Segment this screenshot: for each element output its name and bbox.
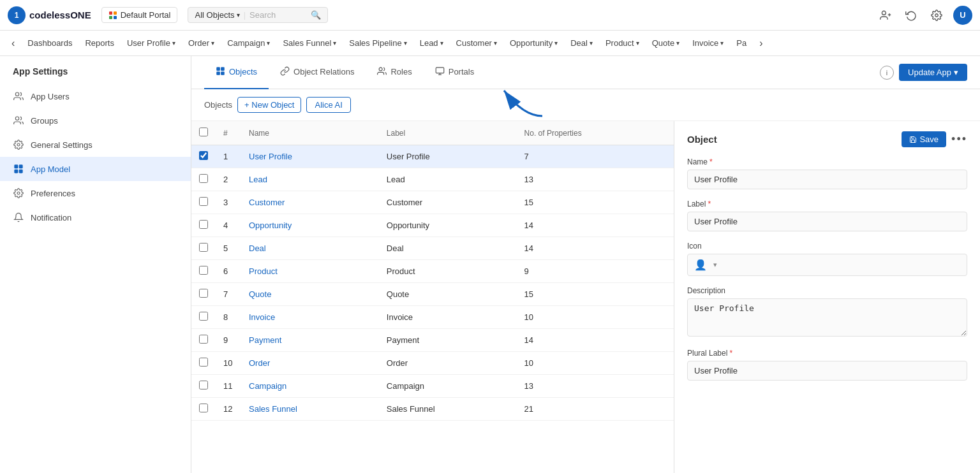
logo[interactable]: 1 codelessONE bbox=[8, 6, 91, 24]
table-row[interactable]: 8 Invoice Invoice 10 bbox=[191, 306, 674, 329]
nav-item-user-profile[interactable]: User Profile ▾ bbox=[121, 31, 182, 56]
table-row[interactable]: 10 Order Order 10 bbox=[191, 352, 674, 375]
row-name[interactable]: User Profile bbox=[241, 145, 379, 168]
table-row[interactable]: 3 Customer Customer 15 bbox=[191, 191, 674, 214]
plural-label-input[interactable] bbox=[687, 361, 967, 381]
nav-item-dashboards[interactable]: Dashboards bbox=[21, 31, 78, 56]
nav-item-deal[interactable]: Deal ▾ bbox=[564, 31, 599, 56]
row-name[interactable]: Customer bbox=[241, 191, 379, 214]
update-app-label: Update App bbox=[908, 68, 951, 77]
table-row[interactable]: 2 Lead Lead 13 bbox=[191, 168, 674, 191]
sidebar-item-groups[interactable]: Groups bbox=[0, 108, 191, 133]
all-objects-dropdown[interactable]: All Objects ▾ bbox=[195, 10, 239, 20]
row-checkbox[interactable] bbox=[199, 289, 208, 298]
row-checkbox[interactable] bbox=[199, 266, 208, 275]
row-checkbox-cell bbox=[191, 283, 216, 306]
table-row[interactable]: 5 Deal Deal 14 bbox=[191, 237, 674, 260]
row-checkbox[interactable] bbox=[199, 404, 208, 412]
row-name[interactable]: Sales Funnel bbox=[241, 398, 379, 421]
nav-item-quote[interactable]: Quote ▾ bbox=[646, 31, 686, 56]
row-properties: 13 bbox=[517, 168, 674, 191]
row-checkbox[interactable] bbox=[199, 335, 208, 344]
history-icon[interactable] bbox=[902, 6, 920, 24]
logo-text: codelessONE bbox=[29, 10, 91, 20]
table-row[interactable]: 1 User Profile User Profile 7 bbox=[191, 145, 674, 168]
row-name[interactable]: Lead bbox=[241, 168, 379, 191]
tabs-bar: Objects Object Relations Roles Portals bbox=[191, 56, 980, 89]
table-row[interactable]: 12 Sales Funnel Sales Funnel 21 bbox=[191, 398, 674, 421]
header-name: Name bbox=[241, 121, 379, 145]
nav-item-sales-pipeline[interactable]: Sales Pipeline ▾ bbox=[343, 31, 413, 56]
row-name[interactable]: Deal bbox=[241, 237, 379, 260]
app-model-icon bbox=[13, 163, 24, 175]
nav-item-customer[interactable]: Customer ▾ bbox=[450, 31, 503, 56]
table-row[interactable]: 4 Opportunity Opportunity 14 bbox=[191, 214, 674, 237]
search-bar[interactable]: All Objects ▾ | Search 🔍 bbox=[188, 7, 328, 23]
row-checkbox[interactable] bbox=[199, 220, 208, 229]
header-properties: No. of Properties bbox=[517, 121, 674, 145]
nav-item-opportunity[interactable]: Opportunity ▾ bbox=[503, 31, 564, 56]
table-row[interactable]: 11 Campaign Campaign 13 bbox=[191, 375, 674, 398]
row-name[interactable]: Opportunity bbox=[241, 214, 379, 237]
row-name[interactable]: Order bbox=[241, 352, 379, 375]
row-checkbox[interactable] bbox=[199, 151, 208, 160]
nav-item-reports[interactable]: Reports bbox=[78, 31, 121, 56]
row-name[interactable]: Product bbox=[241, 260, 379, 283]
row-checkbox[interactable] bbox=[199, 381, 208, 389]
row-checkbox[interactable] bbox=[199, 358, 208, 367]
sidebar-item-app-model[interactable]: App Model bbox=[0, 157, 191, 181]
row-properties: 21 bbox=[517, 398, 674, 421]
nav-forward[interactable]: › bbox=[753, 31, 769, 56]
sidebar-item-general-settings[interactable]: General Settings bbox=[0, 133, 191, 157]
nav-item-order[interactable]: Order ▾ bbox=[182, 31, 221, 56]
nav-item-invoice[interactable]: Invoice ▾ bbox=[686, 31, 730, 56]
icon-select-value: 👤 bbox=[694, 259, 707, 271]
row-checkbox[interactable] bbox=[199, 243, 208, 252]
row-name[interactable]: Quote bbox=[241, 283, 379, 306]
tab-object-relations[interactable]: Object Relations bbox=[269, 56, 366, 89]
row-name[interactable]: Campaign bbox=[241, 375, 379, 398]
tab-roles[interactable]: Roles bbox=[366, 56, 423, 89]
tab-objects[interactable]: Objects bbox=[204, 56, 269, 89]
add-user-icon[interactable] bbox=[877, 6, 895, 24]
save-button[interactable]: Save bbox=[902, 131, 946, 147]
info-icon[interactable]: i bbox=[880, 66, 894, 80]
row-num: 12 bbox=[216, 398, 241, 421]
svg-point-8 bbox=[15, 92, 19, 96]
row-checkbox[interactable] bbox=[199, 174, 208, 183]
row-checkbox[interactable] bbox=[199, 197, 208, 206]
row-checkbox-cell bbox=[191, 352, 216, 375]
nav-item-sales-funnel[interactable]: Sales Funnel ▾ bbox=[276, 31, 343, 56]
sidebar-item-app-users[interactable]: App Users bbox=[0, 84, 191, 108]
row-name[interactable]: Invoice bbox=[241, 306, 379, 329]
select-all-checkbox[interactable] bbox=[199, 127, 208, 136]
sidebar-item-preferences[interactable]: Preferences bbox=[0, 181, 191, 205]
name-input[interactable] bbox=[687, 170, 967, 189]
table-row[interactable]: 7 Quote Quote 15 bbox=[191, 283, 674, 306]
new-object-button[interactable]: + New Object bbox=[237, 97, 301, 113]
table-row[interactable]: 9 Payment Payment 14 bbox=[191, 329, 674, 352]
sidebar-app-users-label: App Users bbox=[31, 92, 70, 101]
label-input[interactable] bbox=[687, 212, 967, 231]
user-avatar[interactable]: U bbox=[953, 6, 972, 25]
description-textarea[interactable] bbox=[687, 298, 967, 337]
icon-selector[interactable]: 👤 ▾ bbox=[687, 254, 967, 276]
table-row[interactable]: 6 Product Product 9 bbox=[191, 260, 674, 283]
settings-icon[interactable] bbox=[928, 6, 946, 24]
svg-rect-12 bbox=[19, 164, 23, 168]
tab-portals[interactable]: Portals bbox=[424, 56, 486, 89]
nav-item-campaign[interactable]: Campaign ▾ bbox=[221, 31, 276, 56]
row-checkbox[interactable] bbox=[199, 312, 208, 321]
nav-item-product[interactable]: Product ▾ bbox=[599, 31, 646, 56]
nav-item-pa[interactable]: Pa bbox=[730, 31, 753, 56]
nav-back[interactable]: ‹ bbox=[5, 31, 21, 56]
more-options-button[interactable]: ••• bbox=[951, 133, 967, 146]
sidebar-notification-label: Notification bbox=[31, 213, 71, 222]
nav-invoice-chevron: ▾ bbox=[720, 40, 724, 47]
sidebar-item-notification[interactable]: Notification bbox=[0, 205, 191, 229]
nav-item-lead[interactable]: Lead ▾ bbox=[413, 31, 450, 56]
portal-selector[interactable]: Default Portal bbox=[101, 7, 178, 23]
update-app-button[interactable]: Update App ▾ bbox=[899, 64, 967, 81]
alice-ai-button[interactable]: Alice AI bbox=[306, 97, 350, 113]
row-name[interactable]: Payment bbox=[241, 329, 379, 352]
